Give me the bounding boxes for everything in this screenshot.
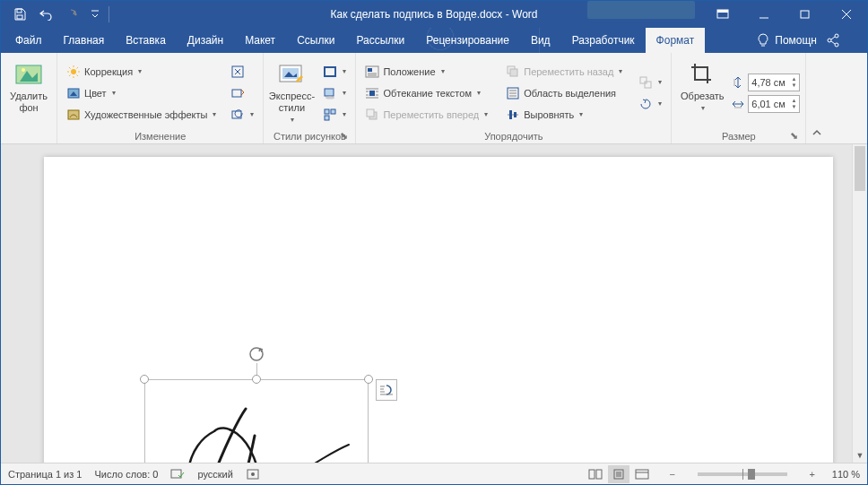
svg-point-10: [22, 68, 25, 72]
tab-view[interactable]: Вид: [520, 28, 561, 53]
tab-layout[interactable]: Макет: [234, 28, 286, 53]
tab-design[interactable]: Дизайн: [177, 28, 234, 53]
document-area[interactable]: ▲ ▼: [1, 144, 867, 463]
save-icon[interactable]: [8, 4, 31, 25]
group-icon: [638, 75, 653, 90]
macro-icon[interactable]: [246, 468, 260, 481]
corrections-button[interactable]: Коррекция▾: [63, 62, 220, 82]
layout-options-icon: [378, 382, 395, 398]
view-buttons: [585, 465, 653, 483]
bring-forward-button[interactable]: Переместить вперед▾: [361, 105, 491, 125]
signature-image: [161, 395, 358, 463]
tab-mailings[interactable]: Рассылки: [345, 28, 415, 53]
ribbon-display-icon[interactable]: [702, 1, 743, 28]
redo-icon[interactable]: [62, 4, 85, 25]
svg-point-11: [71, 69, 76, 74]
width-input[interactable]: 6,01 см▲▼: [748, 95, 800, 113]
svg-rect-25: [331, 109, 335, 114]
window-title: Как сделать подпись в Ворде.docx - Word: [331, 8, 538, 21]
minimize-icon[interactable]: [743, 1, 785, 28]
close-icon[interactable]: [826, 1, 867, 28]
undo-icon[interactable]: [35, 4, 58, 25]
picture-effects-button[interactable]: ▾: [319, 83, 350, 103]
position-button[interactable]: Положение▾: [361, 62, 491, 82]
scroll-down-icon[interactable]: ▼: [853, 447, 867, 463]
svg-rect-35: [509, 110, 512, 119]
zoom-level[interactable]: 110 %: [832, 469, 860, 480]
selected-picture[interactable]: [144, 379, 369, 463]
artistic-button[interactable]: Художественные эффекты▾: [63, 105, 220, 125]
layout-options-button[interactable]: [376, 379, 397, 401]
web-layout-icon[interactable]: [631, 465, 653, 483]
change-pic-icon: [230, 86, 245, 100]
print-layout-icon[interactable]: [608, 465, 629, 483]
zoom-slider[interactable]: [698, 472, 787, 476]
zoom-thumb[interactable]: [748, 469, 755, 480]
position-icon: [365, 65, 379, 79]
tab-review[interactable]: Рецензирование: [415, 28, 520, 53]
ribbon: Удалить фон Коррекция▾ Цвет▾ Художествен…: [1, 53, 867, 144]
rotate-handle-icon[interactable]: [247, 345, 265, 363]
compress-button[interactable]: [227, 62, 257, 82]
qat-customize-icon[interactable]: [89, 4, 101, 25]
vertical-scrollbar[interactable]: ▲ ▼: [852, 144, 867, 463]
backward-icon: [506, 65, 520, 79]
group-size: Обрезать▾ 4,78 см▲▼ 6,01 см▲▼ Размер⬊: [672, 53, 806, 143]
quick-styles-icon: [277, 60, 306, 89]
selection-pane-button[interactable]: Область выделения: [502, 83, 626, 103]
word-count[interactable]: Число слов: 0: [94, 469, 158, 480]
align-button[interactable]: Выровнять▾: [502, 105, 626, 125]
svg-rect-40: [734, 107, 742, 108]
crop-button[interactable]: Обрезать▾: [677, 56, 727, 129]
scroll-thumb[interactable]: [855, 146, 865, 191]
svg-rect-37: [640, 77, 647, 83]
rotate-icon: [638, 97, 653, 111]
maximize-icon[interactable]: [785, 1, 826, 28]
user-account[interactable]: [587, 1, 695, 19]
tab-home[interactable]: Главная: [53, 28, 116, 53]
group-button[interactable]: ▾: [635, 73, 665, 92]
picture-layout-button[interactable]: ▾: [319, 105, 350, 125]
tab-file[interactable]: Файл: [4, 28, 53, 53]
rotate-button[interactable]: ▾: [635, 94, 665, 114]
svg-rect-29: [369, 91, 375, 96]
color-button[interactable]: Цвет▾: [63, 83, 220, 103]
dialog-launcher-icon[interactable]: ⬊: [337, 129, 350, 142]
svg-rect-45: [589, 470, 595, 479]
collapse-ribbon-icon[interactable]: [806, 53, 828, 143]
remove-bg-button[interactable]: Удалить фон: [6, 56, 51, 140]
svg-rect-38: [645, 82, 651, 88]
quick-styles-button[interactable]: Экспресс-стили▾: [269, 56, 314, 129]
language-status[interactable]: русский: [197, 469, 232, 480]
dialog-launcher-icon[interactable]: ⬊: [787, 129, 800, 142]
tab-insert[interactable]: Вставка: [115, 28, 177, 53]
read-mode-icon[interactable]: [585, 465, 606, 483]
share-button[interactable]: [826, 33, 840, 48]
wrap-text-button[interactable]: Обтекание текстом▾: [361, 83, 491, 103]
svg-rect-0: [17, 9, 22, 13]
resize-handle[interactable]: [140, 375, 149, 384]
resize-handle[interactable]: [364, 375, 373, 384]
height-icon: [731, 75, 745, 90]
zoom-out-button[interactable]: −: [665, 469, 680, 480]
svg-rect-3: [717, 10, 728, 13]
reset-pic-button[interactable]: ▾: [227, 105, 257, 125]
tab-references[interactable]: Ссылки: [286, 28, 345, 53]
tab-format[interactable]: Формат: [646, 28, 706, 53]
tell-me-button[interactable]: Помощн: [756, 33, 817, 48]
svg-rect-24: [325, 109, 329, 114]
spellcheck-icon[interactable]: [170, 468, 185, 481]
tab-developer[interactable]: Разработчик: [561, 28, 646, 53]
picture-border-button[interactable]: ▾: [319, 62, 350, 82]
send-backward-button[interactable]: Переместить назад▾: [502, 62, 626, 82]
zoom-in-button[interactable]: +: [805, 469, 820, 480]
svg-point-6: [828, 39, 831, 42]
height-input[interactable]: 4,78 см▲▼: [748, 74, 800, 91]
forward-icon: [365, 108, 379, 122]
crop-icon: [688, 60, 716, 89]
reset-icon: [230, 108, 245, 122]
change-pic-button[interactable]: [227, 83, 257, 103]
svg-point-44: [251, 472, 255, 476]
resize-handle[interactable]: [252, 375, 261, 384]
page-status[interactable]: Страница 1 из 1: [8, 469, 82, 480]
